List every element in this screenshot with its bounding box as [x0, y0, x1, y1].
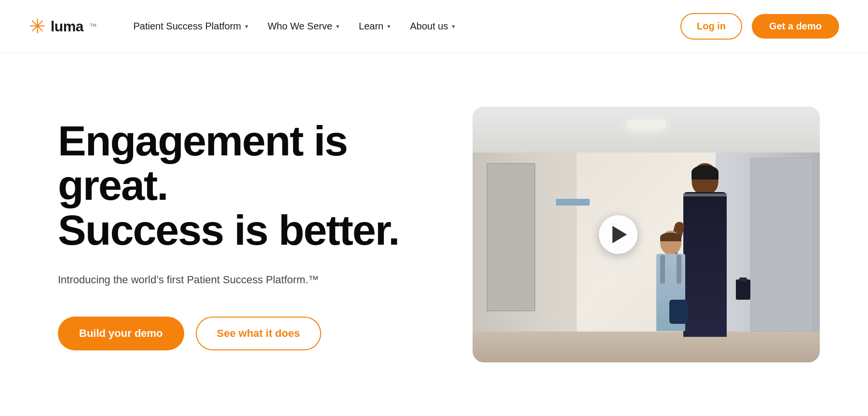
clipboard — [736, 279, 750, 300]
backpack — [669, 300, 688, 324]
child-hair — [660, 233, 681, 241]
nav-item-about-us[interactable]: About us ▾ — [402, 16, 463, 37]
overalls-strap-left — [660, 255, 665, 284]
navbar: ✳ luma™ Patient Success Platform ▾ Who W… — [0, 0, 868, 53]
play-button[interactable] — [599, 215, 637, 254]
build-demo-button[interactable]: Build your demo — [58, 317, 184, 350]
luma-star-icon: ✳ — [29, 14, 46, 38]
hero-buttons: Build your demo See what it does — [58, 317, 424, 350]
nav-item-patient-success-platform[interactable]: Patient Success Platform ▾ — [126, 16, 256, 37]
nav-label-patient-success: Patient Success Platform — [134, 21, 241, 32]
chevron-down-icon: ▾ — [387, 23, 391, 30]
hero-section: Engagement is great. Success is better. … — [0, 53, 868, 416]
logo-trademark: ™ — [89, 22, 97, 31]
door-left — [487, 163, 535, 311]
chevron-down-icon: ▾ — [245, 23, 248, 30]
see-what-it-does-button[interactable]: See what it does — [196, 317, 321, 350]
nav-item-learn[interactable]: Learn ▾ — [351, 16, 398, 37]
login-button[interactable]: Log in — [680, 13, 742, 40]
clipboard-clip — [739, 277, 747, 281]
chevron-down-icon: ▾ — [336, 23, 339, 30]
overalls-strap-right — [677, 255, 681, 284]
logo[interactable]: ✳ luma™ — [29, 14, 97, 38]
headline-line1: Engagement is great. — [58, 117, 347, 209]
nav-label-learn: Learn — [359, 21, 383, 32]
corridor — [473, 107, 820, 362]
nav-item-who-we-serve[interactable]: Who We Serve ▾ — [260, 16, 347, 37]
hero-headline: Engagement is great. Success is better. — [58, 119, 424, 252]
logo-text: luma — [51, 18, 83, 35]
nav-actions: Log in Get a demo — [680, 13, 839, 40]
play-triangle-icon — [612, 226, 627, 243]
headline-line2: Success is better. — [58, 206, 399, 254]
door-right — [750, 158, 813, 332]
video-container[interactable] — [473, 107, 820, 362]
ceiling-light — [627, 120, 665, 128]
hero-subtext: Introducing the world’s first Patient Su… — [58, 272, 424, 288]
ceiling — [473, 107, 820, 153]
nurse-scrub-trim — [683, 194, 727, 196]
nurse-hair — [692, 165, 719, 180]
get-demo-button[interactable]: Get a demo — [752, 14, 839, 39]
wall-sign — [556, 199, 590, 206]
nav-label-about-us: About us — [410, 21, 448, 32]
hero-video-area — [453, 107, 839, 362]
chevron-down-icon: ▾ — [452, 23, 455, 30]
nav-links: Patient Success Platform ▾ Who We Serve … — [126, 16, 681, 37]
nav-label-who-we-serve: Who We Serve — [268, 21, 332, 32]
hero-content: Engagement is great. Success is better. … — [58, 119, 453, 350]
video-background — [473, 107, 820, 362]
